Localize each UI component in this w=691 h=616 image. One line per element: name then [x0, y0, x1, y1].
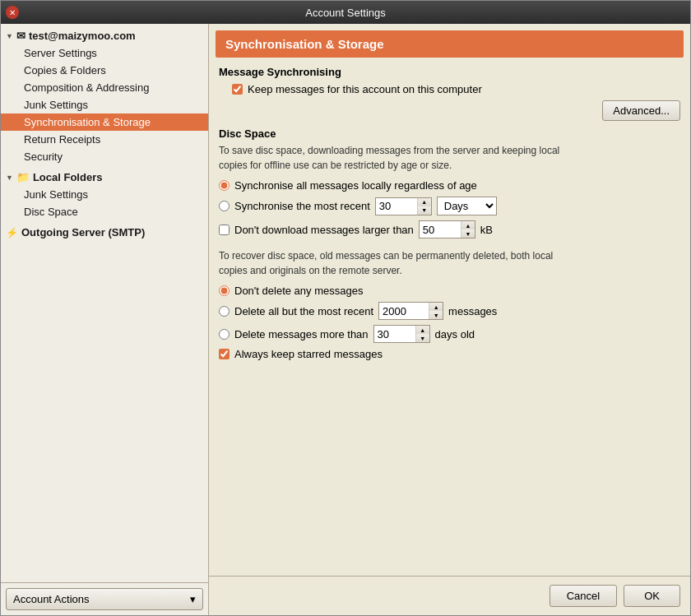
delete-older-spinner-btns: ▲ ▼ [415, 326, 429, 342]
sidebar-item-label: Composition & Addressing [24, 81, 149, 94]
account-actions-button[interactable]: Account Actions ▾ [6, 588, 203, 610]
sidebar-item-return-receipts[interactable]: Return Receipts [1, 131, 208, 148]
delete-all-but-up[interactable]: ▲ [429, 303, 443, 311]
sidebar-item-sync-storage[interactable]: Synchronisation & Storage [1, 113, 208, 131]
dont-download-spinner-btns: ▲ ▼ [461, 221, 475, 238]
dont-delete-label: Don't delete any messages [234, 285, 363, 297]
sidebar-items: ▼ ✉ test@maizymoo.com Server Settings Co… [1, 24, 208, 582]
account-label: test@maizymoo.com [29, 30, 136, 42]
dont-delete-row: Don't delete any messages [219, 285, 680, 297]
sidebar-item-outgoing-smtp[interactable]: ⚡ Outgoing Server (SMTP) [1, 224, 208, 241]
delete-all-but-down[interactable]: ▼ [429, 311, 443, 319]
dont-download-checkbox[interactable] [219, 225, 230, 235]
sidebar-item-label: Outgoing Server (SMTP) [21, 226, 145, 239]
sidebar-item-account[interactable]: ▼ ✉ test@maizymoo.com [1, 27, 208, 44]
sync-recent-input[interactable] [376, 198, 417, 214]
close-button[interactable]: ✕ [6, 6, 19, 19]
mail-icon: ✉ [16, 30, 26, 42]
sidebar-item-junk-local[interactable]: Junk Settings [1, 186, 208, 203]
sync-all-radio[interactable] [219, 180, 230, 191]
sidebar-item-security[interactable]: Security [1, 148, 208, 165]
account-actions-arrow-icon: ▾ [190, 593, 196, 605]
sync-all-label: Synchronise all messages locally regardl… [234, 179, 477, 192]
dont-download-down[interactable]: ▼ [461, 229, 475, 238]
keep-messages-row: Keep messages for this account on this c… [232, 83, 680, 95]
sidebar-item-server-settings[interactable]: Server Settings [1, 44, 208, 62]
ok-button[interactable]: OK [624, 585, 680, 607]
sidebar-item-disc-space[interactable]: Disc Space [1, 203, 208, 220]
sync-recent-up[interactable]: ▲ [418, 198, 431, 206]
keep-starred-row: Always keep starred messages [219, 348, 680, 360]
delete-all-but-spinner-btns: ▲ ▼ [429, 303, 443, 319]
titlebar: ✕ Account Settings [1, 1, 690, 24]
folder-icon: 📁 [16, 171, 30, 183]
panel-content: Message Synchronising Keep messages for … [209, 58, 690, 576]
sync-recent-down[interactable]: ▼ [418, 206, 431, 215]
sync-recent-radio[interactable] [219, 201, 230, 211]
advanced-row: Advanced... [219, 100, 680, 121]
sync-all-row: Synchronise all messages locally regardl… [219, 179, 680, 192]
dont-download-unit: kB [480, 224, 493, 236]
delete-all-but-input[interactable] [379, 303, 429, 319]
sidebar-item-label: Junk Settings [24, 188, 88, 201]
sidebar-bottom: Account Actions ▾ [1, 582, 208, 615]
sync-recent-unit-select[interactable]: Days Weeks Months [437, 197, 497, 215]
delete-all-but-spinner: ▲ ▼ [378, 302, 443, 320]
sidebar-item-label: Return Receipts [24, 133, 100, 146]
content-area: ▼ ✉ test@maizymoo.com Server Settings Co… [1, 24, 690, 615]
keep-messages-label: Keep messages for this account on this c… [248, 83, 482, 95]
sidebar-item-copies-folders[interactable]: Copies & Folders [1, 62, 208, 79]
footer: Cancel OK [209, 576, 690, 615]
delete-older-up[interactable]: ▲ [416, 326, 429, 334]
sidebar-item-label: Disc Space [24, 206, 78, 218]
outgoing-icon: ⚡ [6, 227, 18, 239]
delete-all-but-radio[interactable] [219, 306, 230, 317]
account-actions-label: Account Actions [13, 593, 90, 605]
triangle-icon: ▼ [6, 32, 13, 40]
sidebar-item-label: Synchronisation & Storage [24, 116, 151, 128]
window-title: Account Settings [22, 7, 669, 19]
delete-older-input[interactable] [374, 327, 415, 342]
keep-messages-checkbox[interactable] [232, 84, 243, 95]
delete-older-radio[interactable] [219, 329, 230, 340]
message-sync-title: Message Synchronising [219, 66, 680, 78]
delete-all-but-label: Delete all but the most recent [234, 305, 373, 317]
delete-older-row: Delete messages more than ▲ ▼ days old [219, 325, 680, 343]
delete-older-label: Delete messages more than [234, 328, 369, 340]
dont-delete-radio[interactable] [219, 285, 230, 296]
keep-starred-label: Always keep starred messages [234, 348, 383, 360]
panel-header: Synchronisation & Storage [216, 30, 684, 58]
keep-starred-checkbox[interactable] [219, 349, 230, 359]
cancel-button[interactable]: Cancel [550, 585, 617, 607]
dont-download-input[interactable] [420, 222, 461, 238]
sidebar-item-composition[interactable]: Composition & Addressing [1, 79, 208, 96]
sidebar-item-local-folders[interactable]: ▼ 📁 Local Folders [1, 169, 208, 186]
dont-download-label: Don't download messages larger than [234, 224, 414, 236]
dont-download-up[interactable]: ▲ [461, 221, 475, 229]
sync-recent-spinner: ▲ ▼ [375, 197, 432, 215]
account-settings-window: ✕ Account Settings ▼ ✉ test@maizymoo.com… [0, 0, 691, 616]
sidebar-item-label: Junk Settings [24, 99, 88, 111]
sidebar-item-label: Copies & Folders [24, 64, 106, 76]
sidebar-item-label: Server Settings [24, 47, 97, 59]
sidebar-item-label: Local Folders [33, 171, 103, 183]
main-panel: Synchronisation & Storage Message Synchr… [209, 24, 690, 615]
sidebar: ▼ ✉ test@maizymoo.com Server Settings Co… [1, 24, 209, 615]
sync-recent-spinner-btns: ▲ ▼ [417, 198, 431, 215]
sync-recent-label: Synchronise the most recent [234, 200, 370, 212]
dont-download-row: Don't download messages larger than ▲ ▼ … [219, 220, 680, 239]
disc-space-desc: To save disc space, downloading messages… [219, 143, 680, 173]
delete-older-spinner: ▲ ▼ [373, 325, 430, 343]
advanced-button[interactable]: Advanced... [602, 100, 680, 121]
triangle-icon: ▼ [6, 174, 13, 182]
sidebar-item-label: Security [24, 151, 63, 163]
sidebar-item-junk[interactable]: Junk Settings [1, 96, 208, 113]
sync-recent-row: Synchronise the most recent ▲ ▼ Days Wee… [219, 197, 680, 215]
disc-space-section: Disc Space To save disc space, downloadi… [219, 127, 680, 239]
delete-older-unit: days old [435, 328, 475, 340]
disc-space-title: Disc Space [219, 127, 680, 140]
delete-all-but-unit: messages [448, 305, 497, 317]
delete-older-down[interactable]: ▼ [416, 334, 429, 342]
dont-download-spinner: ▲ ▼ [419, 220, 475, 239]
delete-all-but-row: Delete all but the most recent ▲ ▼ messa… [219, 302, 680, 320]
